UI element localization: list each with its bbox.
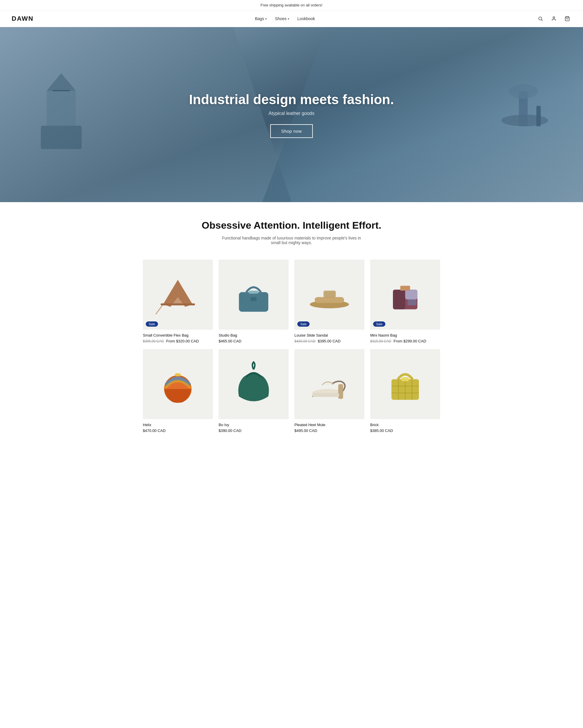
announcement-bar: Free shipping available on all orders! [0,0,583,10]
account-button[interactable] [550,15,558,23]
product-pricing: $470.00 CAD [143,428,213,433]
product-image [381,360,430,409]
product-image-wrap: Sale [370,260,440,330]
product-card[interactable]: Helix $470.00 CAD [140,346,216,436]
hero-content: Industrial design meets fashion. Atypica… [189,92,394,138]
product-name: Helix [143,423,213,427]
section-heading: Obsessive Attention. Intelligent Effort. [12,219,571,231]
price-regular: $465.00 CAD [219,339,241,343]
product-image-wrap [143,349,213,419]
product-card[interactable]: Sale Louise Slide Sandal $430.00 CAD $39… [292,257,367,346]
product-image [229,360,278,409]
hero-bag-illustration [29,68,93,161]
svg-line-14 [156,305,163,314]
product-pricing: $315.00 CAD From $299.00 CAD [370,339,440,343]
product-image [229,270,278,319]
svg-rect-31 [312,393,339,397]
sale-badge: Sale [297,321,310,327]
svg-point-2 [553,17,555,18]
sale-badge: Sale [146,321,158,327]
product-image-wrap [295,349,364,419]
product-card[interactable]: Pleated Heel Mule $495.00 CAD [292,346,367,436]
product-name: Louise Slide Sandal [295,333,364,337]
product-name: Pleated Heel Mule [295,423,364,427]
svg-rect-25 [400,286,410,291]
price-regular: $470.00 CAD [143,428,166,433]
chevron-down-icon: ▾ [265,17,267,20]
svg-rect-24 [405,290,417,300]
cart-button[interactable] [563,15,571,23]
product-card[interactable]: Sale Mini Naomi Bag $315.00 CAD From $29… [367,257,443,346]
hero-cta-button[interactable]: Shop now [270,124,313,138]
product-pricing: $395.00 CAD From $320.00 CAD [143,339,213,343]
svg-rect-30 [338,384,343,399]
hero-title: Industrial design meets fashion. [189,92,394,107]
price-regular: $385.00 CAD [370,428,393,433]
nav-lookbook[interactable]: Lookbook [297,16,315,21]
price-sale: $395.00 CAD [318,339,340,343]
product-pricing: $430.00 CAD $395.00 CAD [295,339,364,343]
sale-badge: Sale [373,321,385,327]
product-image-wrap: Sale [295,260,364,330]
product-name: Studio Bag [219,333,288,337]
hero-subtitle: Atypical leather goods [189,111,394,116]
hero-section: Industrial design meets fashion. Atypica… [0,27,583,202]
product-image [381,270,430,319]
product-image [153,360,202,409]
product-image [153,270,202,319]
svg-rect-11 [536,106,541,126]
svg-point-0 [539,17,542,20]
header-icons [536,15,571,23]
product-image-wrap: Sale [143,260,213,330]
main-nav: Bags ▾ Shoes ▾ Lookbook [255,16,315,21]
product-image [305,360,354,409]
section-subheading: Functional handbags made of luxurious ma… [219,236,364,245]
price-original: $315.00 CAD [370,339,391,343]
price-original: $430.00 CAD [295,339,315,343]
svg-rect-17 [249,291,258,294]
product-image [305,270,354,319]
price-regular: $390.00 CAD [219,428,241,433]
search-button[interactable] [536,15,545,23]
price-sale: From $299.00 CAD [393,339,426,343]
svg-point-10 [509,84,538,99]
product-pricing: $465.00 CAD [219,339,288,343]
nav-shoes[interactable]: Shoes ▾ [275,16,289,21]
svg-rect-4 [47,91,76,126]
svg-rect-23 [393,290,405,309]
svg-rect-6 [41,126,82,149]
svg-marker-5 [47,73,76,91]
section-intro: Obsessive Attention. Intelligent Effort.… [0,202,583,257]
product-image-wrap [370,349,440,419]
nav-bags[interactable]: Bags ▾ [255,16,267,21]
product-grid: Sale Small Convertible Flex Bag $395.00 … [117,257,466,453]
price-original: $395.00 CAD [143,339,164,343]
svg-rect-15 [161,303,195,305]
price-regular: $495.00 CAD [295,428,317,433]
product-name: Mini Naomi Bag [370,333,440,337]
chevron-down-icon: ▾ [288,17,289,20]
logo[interactable]: DAWN [12,15,33,23]
product-name: Small Convertible Flex Bag [143,333,213,337]
svg-rect-18 [251,297,256,301]
svg-line-1 [541,20,543,21]
product-card[interactable]: Brick $385.00 CAD [367,346,443,436]
product-pricing: $495.00 CAD [295,428,364,433]
header: DAWN Bags ▾ Shoes ▾ Lookbook [0,10,583,27]
product-pricing: $385.00 CAD [370,428,440,433]
product-image-wrap [219,349,288,419]
svg-rect-21 [324,291,336,298]
product-name: Bo Ivy [219,423,288,427]
svg-rect-38 [401,377,409,381]
announcement-text: Free shipping available on all orders! [260,3,323,7]
svg-rect-28 [175,373,181,376]
svg-rect-20 [315,297,344,303]
product-card[interactable]: Bo Ivy $390.00 CAD [216,346,292,436]
product-name: Brick [370,423,440,427]
product-card[interactable]: Sale Small Convertible Flex Bag $395.00 … [140,257,216,346]
svg-rect-16 [239,292,269,312]
svg-rect-26 [408,300,416,305]
product-card[interactable]: Studio Bag $465.00 CAD [216,257,292,346]
hero-shoe-illustration [496,62,554,144]
price-sale: From $320.00 CAD [166,339,199,343]
